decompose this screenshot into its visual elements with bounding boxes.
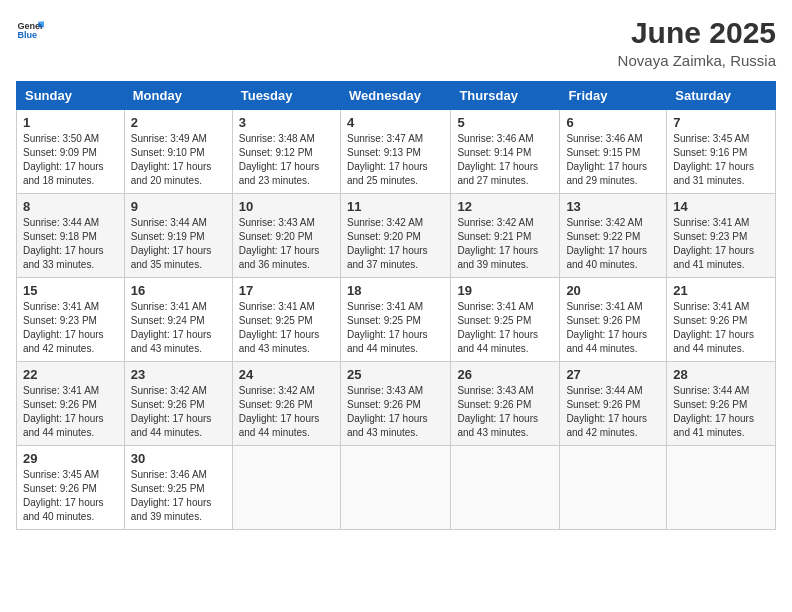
day-number: 18 <box>347 283 444 298</box>
calendar-day-cell: 11Sunrise: 3:42 AM Sunset: 9:20 PM Dayli… <box>340 194 450 278</box>
calendar-day-cell: 23Sunrise: 3:42 AM Sunset: 9:26 PM Dayli… <box>124 362 232 446</box>
calendar-day-cell: 22Sunrise: 3:41 AM Sunset: 9:26 PM Dayli… <box>17 362 125 446</box>
calendar-day-cell: 26Sunrise: 3:43 AM Sunset: 9:26 PM Dayli… <box>451 362 560 446</box>
calendar-week-row: 15Sunrise: 3:41 AM Sunset: 9:23 PM Dayli… <box>17 278 776 362</box>
day-number: 22 <box>23 367 118 382</box>
calendar-header-cell: Saturday <box>667 82 776 110</box>
calendar-day-cell: 5Sunrise: 3:46 AM Sunset: 9:14 PM Daylig… <box>451 110 560 194</box>
logo: General Blue <box>16 16 44 44</box>
day-number: 28 <box>673 367 769 382</box>
day-info: Sunrise: 3:42 AM Sunset: 9:22 PM Dayligh… <box>566 216 660 272</box>
calendar-header-cell: Tuesday <box>232 82 340 110</box>
calendar-day-cell: 16Sunrise: 3:41 AM Sunset: 9:24 PM Dayli… <box>124 278 232 362</box>
calendar-day-cell: 7Sunrise: 3:45 AM Sunset: 9:16 PM Daylig… <box>667 110 776 194</box>
calendar-day-cell <box>667 446 776 530</box>
calendar-week-row: 29Sunrise: 3:45 AM Sunset: 9:26 PM Dayli… <box>17 446 776 530</box>
calendar-day-cell: 30Sunrise: 3:46 AM Sunset: 9:25 PM Dayli… <box>124 446 232 530</box>
calendar-day-cell: 14Sunrise: 3:41 AM Sunset: 9:23 PM Dayli… <box>667 194 776 278</box>
calendar-day-cell: 9Sunrise: 3:44 AM Sunset: 9:19 PM Daylig… <box>124 194 232 278</box>
day-info: Sunrise: 3:41 AM Sunset: 9:26 PM Dayligh… <box>673 300 769 356</box>
day-number: 27 <box>566 367 660 382</box>
day-number: 29 <box>23 451 118 466</box>
day-number: 5 <box>457 115 553 130</box>
calendar-day-cell <box>560 446 667 530</box>
day-number: 26 <box>457 367 553 382</box>
calendar-day-cell <box>340 446 450 530</box>
calendar-day-cell <box>232 446 340 530</box>
day-number: 9 <box>131 199 226 214</box>
calendar-week-row: 8Sunrise: 3:44 AM Sunset: 9:18 PM Daylig… <box>17 194 776 278</box>
location-subtitle: Novaya Zaimka, Russia <box>618 52 776 69</box>
day-number: 19 <box>457 283 553 298</box>
calendar-header-row: SundayMondayTuesdayWednesdayThursdayFrid… <box>17 82 776 110</box>
day-number: 6 <box>566 115 660 130</box>
calendar-day-cell: 2Sunrise: 3:49 AM Sunset: 9:10 PM Daylig… <box>124 110 232 194</box>
day-number: 11 <box>347 199 444 214</box>
calendar-day-cell: 10Sunrise: 3:43 AM Sunset: 9:20 PM Dayli… <box>232 194 340 278</box>
day-number: 21 <box>673 283 769 298</box>
day-info: Sunrise: 3:43 AM Sunset: 9:20 PM Dayligh… <box>239 216 334 272</box>
day-info: Sunrise: 3:44 AM Sunset: 9:18 PM Dayligh… <box>23 216 118 272</box>
day-info: Sunrise: 3:43 AM Sunset: 9:26 PM Dayligh… <box>457 384 553 440</box>
day-number: 20 <box>566 283 660 298</box>
day-number: 14 <box>673 199 769 214</box>
calendar-day-cell: 25Sunrise: 3:43 AM Sunset: 9:26 PM Dayli… <box>340 362 450 446</box>
day-info: Sunrise: 3:50 AM Sunset: 9:09 PM Dayligh… <box>23 132 118 188</box>
day-number: 2 <box>131 115 226 130</box>
calendar-day-cell: 28Sunrise: 3:44 AM Sunset: 9:26 PM Dayli… <box>667 362 776 446</box>
calendar-header-cell: Wednesday <box>340 82 450 110</box>
day-number: 8 <box>23 199 118 214</box>
calendar-week-row: 22Sunrise: 3:41 AM Sunset: 9:26 PM Dayli… <box>17 362 776 446</box>
day-info: Sunrise: 3:42 AM Sunset: 9:20 PM Dayligh… <box>347 216 444 272</box>
day-info: Sunrise: 3:48 AM Sunset: 9:12 PM Dayligh… <box>239 132 334 188</box>
svg-text:Blue: Blue <box>17 30 37 40</box>
day-number: 1 <box>23 115 118 130</box>
day-number: 17 <box>239 283 334 298</box>
calendar-day-cell: 4Sunrise: 3:47 AM Sunset: 9:13 PM Daylig… <box>340 110 450 194</box>
calendar-header-cell: Friday <box>560 82 667 110</box>
calendar-day-cell: 3Sunrise: 3:48 AM Sunset: 9:12 PM Daylig… <box>232 110 340 194</box>
header: General Blue June 2025 Novaya Zaimka, Ru… <box>16 16 776 69</box>
day-info: Sunrise: 3:45 AM Sunset: 9:16 PM Dayligh… <box>673 132 769 188</box>
calendar-day-cell: 17Sunrise: 3:41 AM Sunset: 9:25 PM Dayli… <box>232 278 340 362</box>
day-info: Sunrise: 3:46 AM Sunset: 9:25 PM Dayligh… <box>131 468 226 524</box>
calendar-header-cell: Thursday <box>451 82 560 110</box>
day-info: Sunrise: 3:44 AM Sunset: 9:26 PM Dayligh… <box>673 384 769 440</box>
day-number: 13 <box>566 199 660 214</box>
calendar-week-row: 1Sunrise: 3:50 AM Sunset: 9:09 PM Daylig… <box>17 110 776 194</box>
calendar-day-cell: 1Sunrise: 3:50 AM Sunset: 9:09 PM Daylig… <box>17 110 125 194</box>
day-number: 10 <box>239 199 334 214</box>
day-info: Sunrise: 3:44 AM Sunset: 9:26 PM Dayligh… <box>566 384 660 440</box>
calendar-day-cell: 8Sunrise: 3:44 AM Sunset: 9:18 PM Daylig… <box>17 194 125 278</box>
day-number: 15 <box>23 283 118 298</box>
day-info: Sunrise: 3:46 AM Sunset: 9:15 PM Dayligh… <box>566 132 660 188</box>
calendar-day-cell: 19Sunrise: 3:41 AM Sunset: 9:25 PM Dayli… <box>451 278 560 362</box>
day-info: Sunrise: 3:44 AM Sunset: 9:19 PM Dayligh… <box>131 216 226 272</box>
calendar-day-cell: 18Sunrise: 3:41 AM Sunset: 9:25 PM Dayli… <box>340 278 450 362</box>
day-info: Sunrise: 3:41 AM Sunset: 9:23 PM Dayligh… <box>23 300 118 356</box>
calendar-day-cell <box>451 446 560 530</box>
calendar-day-cell: 21Sunrise: 3:41 AM Sunset: 9:26 PM Dayli… <box>667 278 776 362</box>
calendar-day-cell: 20Sunrise: 3:41 AM Sunset: 9:26 PM Dayli… <box>560 278 667 362</box>
calendar-day-cell: 13Sunrise: 3:42 AM Sunset: 9:22 PM Dayli… <box>560 194 667 278</box>
calendar-day-cell: 6Sunrise: 3:46 AM Sunset: 9:15 PM Daylig… <box>560 110 667 194</box>
day-info: Sunrise: 3:49 AM Sunset: 9:10 PM Dayligh… <box>131 132 226 188</box>
day-info: Sunrise: 3:46 AM Sunset: 9:14 PM Dayligh… <box>457 132 553 188</box>
day-info: Sunrise: 3:41 AM Sunset: 9:26 PM Dayligh… <box>23 384 118 440</box>
day-number: 7 <box>673 115 769 130</box>
calendar-day-cell: 24Sunrise: 3:42 AM Sunset: 9:26 PM Dayli… <box>232 362 340 446</box>
day-info: Sunrise: 3:41 AM Sunset: 9:25 PM Dayligh… <box>457 300 553 356</box>
day-number: 3 <box>239 115 334 130</box>
day-info: Sunrise: 3:45 AM Sunset: 9:26 PM Dayligh… <box>23 468 118 524</box>
day-info: Sunrise: 3:47 AM Sunset: 9:13 PM Dayligh… <box>347 132 444 188</box>
day-number: 25 <box>347 367 444 382</box>
calendar-day-cell: 15Sunrise: 3:41 AM Sunset: 9:23 PM Dayli… <box>17 278 125 362</box>
day-number: 23 <box>131 367 226 382</box>
calendar-table: SundayMondayTuesdayWednesdayThursdayFrid… <box>16 81 776 530</box>
day-info: Sunrise: 3:41 AM Sunset: 9:26 PM Dayligh… <box>566 300 660 356</box>
month-year-title: June 2025 <box>618 16 776 50</box>
day-number: 12 <box>457 199 553 214</box>
day-number: 4 <box>347 115 444 130</box>
day-info: Sunrise: 3:42 AM Sunset: 9:26 PM Dayligh… <box>131 384 226 440</box>
day-info: Sunrise: 3:43 AM Sunset: 9:26 PM Dayligh… <box>347 384 444 440</box>
